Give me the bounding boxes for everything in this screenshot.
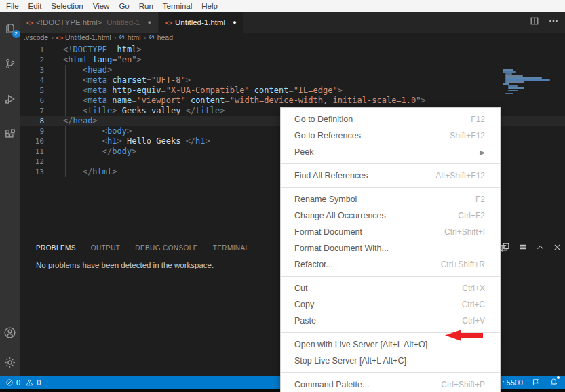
menu-help[interactable]: Help <box>197 0 222 12</box>
menu-go[interactable]: Go <box>114 0 134 12</box>
menu-item-refactor[interactable]: Refactor...Ctrl+Shift+R <box>281 256 500 273</box>
editor-actions <box>530 12 558 33</box>
code-line-1[interactable]: 1<!DOCTYPE html> <box>20 45 565 55</box>
menu-run[interactable]: Run <box>134 0 158 12</box>
code-line-6[interactable]: 6 <meta name="viewport" content="width=d… <box>20 96 565 106</box>
code-line-4[interactable]: 4 <meta charset="UFT-8"> <box>20 75 565 85</box>
code-line-5[interactable]: 5 <meta http-equiv="X-UA-Compatible" con… <box>20 85 565 96</box>
menu-item-format-document-with[interactable]: Format Document With... <box>281 240 500 256</box>
warnings-icon <box>25 378 34 387</box>
html-file-icon: <> <box>56 34 62 41</box>
tab-label: <!DOCTYPE html> <box>36 18 102 26</box>
chevron-right-icon: › <box>51 33 54 41</box>
code-line-3[interactable]: 3 <head> <box>20 65 565 75</box>
code-text: <!DOCTYPE html> <box>63 45 142 55</box>
line-number: 13 <box>20 167 44 177</box>
code-line-2[interactable]: 2<html lang="en"> <box>20 55 565 65</box>
feedback-icon[interactable] <box>532 378 541 388</box>
account-icon[interactable] <box>3 325 18 340</box>
panel-menu-icon[interactable] <box>518 242 528 254</box>
breadcrumb-folder[interactable]: .vscode <box>24 33 48 41</box>
tab-debug-console[interactable]: DEBUG CONSOLE <box>135 241 197 254</box>
menu-selection[interactable]: Selection <box>46 0 87 12</box>
breadcrumb-symbol-html[interactable]: html <box>128 33 141 41</box>
modified-dot-icon[interactable]: ● <box>233 19 236 26</box>
menu-separator <box>281 187 500 188</box>
menu-bar: FileEditSelectionViewGoRunTerminalHelp <box>0 0 565 12</box>
menu-item-stop-live-server-alt-l-alt-c[interactable]: Stop Live Server [Alt+L Alt+C] <box>281 353 500 369</box>
menu-item-go-to-definition[interactable]: Go to DefinitionF12 <box>281 111 500 128</box>
panel-actions <box>501 242 562 254</box>
menu-item-format-document[interactable]: Format DocumentCtrl+Shift+I <box>281 224 500 240</box>
menu-separator <box>281 372 500 373</box>
menu-item-rename-symbol[interactable]: Rename SymbolF2 <box>281 191 500 208</box>
tab-untitled-1-html[interactable]: <> Untitled-1.html ● <box>159 12 243 33</box>
activity-bar: 2 <box>0 12 20 376</box>
menu-item-label: Rename Symbol <box>294 195 357 204</box>
explorer-icon[interactable]: 2 <box>3 21 18 36</box>
code-text: </head> <box>63 116 98 126</box>
collapse-all-icon[interactable] <box>501 242 510 254</box>
chevron-right-icon: › <box>144 33 147 41</box>
menu-file[interactable]: File <box>1 0 24 12</box>
source-control-icon[interactable] <box>3 56 18 71</box>
menu-separator <box>281 163 500 164</box>
menu-item-label: Format Document With... <box>294 243 389 253</box>
menu-item-label: Go to Definition <box>294 115 353 124</box>
menu-view[interactable]: View <box>88 0 115 12</box>
symbol-icon: ⊘ <box>119 34 124 41</box>
breadcrumb-file[interactable]: Untitled-1.html <box>65 33 111 41</box>
line-number: 8 <box>20 116 44 126</box>
extensions-icon[interactable] <box>3 127 18 142</box>
close-panel-icon[interactable] <box>553 242 562 254</box>
problems-status[interactable]: 0 0 <box>0 378 41 387</box>
run-debug-icon[interactable] <box>3 92 18 106</box>
menu-item-peek[interactable]: Peek▶ <box>281 144 500 160</box>
minimap[interactable] <box>503 69 551 95</box>
indent-guide <box>65 126 66 177</box>
menu-item-find-all-references[interactable]: Find All ReferencesAlt+Shift+F12 <box>281 168 500 184</box>
chevron-right-icon: › <box>114 33 117 41</box>
menu-item-label: Go to References <box>294 131 361 140</box>
modified-dot-icon[interactable]: ● <box>147 19 151 26</box>
line-number: 7 <box>20 106 44 116</box>
menu-item-go-to-references[interactable]: Go to ReferencesShift+F12 <box>281 128 500 144</box>
error-count: 0 <box>16 378 20 387</box>
menu-item-shortcut: Ctrl+Shift+P <box>441 380 485 389</box>
code-text: </body> <box>63 146 136 157</box>
explorer-badge: 2 <box>12 30 20 38</box>
menu-item-shortcut: F2 <box>475 195 485 204</box>
html-file-icon: <> <box>165 19 172 26</box>
maximize-panel-icon[interactable] <box>536 242 545 254</box>
tab-untitled-doctype[interactable]: <> <!DOCTYPE html> Untitled-1 ● <box>20 12 159 33</box>
menu-terminal[interactable]: Terminal <box>158 0 197 12</box>
menu-edit[interactable]: Edit <box>24 0 47 12</box>
vscode-window: FileEditSelectionViewGoRunTerminalHelp 2… <box>0 0 565 392</box>
menu-item-cut[interactable]: CutCtrl+X <box>281 280 500 296</box>
menu-item-paste[interactable]: PasteCtrl+V <box>281 313 500 329</box>
tab-terminal[interactable]: TERMINAL <box>213 241 250 254</box>
notifications-bell-icon[interactable] <box>549 378 558 388</box>
tab-description: Untitled-1 <box>106 18 140 26</box>
menu-item-label: Open with Live Server [Alt+L Alt+O] <box>294 340 427 349</box>
menu-item-label: Change All Occurrences <box>294 211 386 220</box>
breadcrumb-symbol-head[interactable]: head <box>157 33 173 41</box>
split-editor-icon[interactable] <box>530 16 539 28</box>
tab-problems[interactable]: PROBLEMS <box>36 241 76 254</box>
menu-item-label: Refactor... <box>294 260 333 269</box>
code-text: <meta http-equiv="X-UA-Compatible" conte… <box>63 85 343 96</box>
settings-gear-icon[interactable] <box>3 355 18 370</box>
menu-item-change-all-occurrences[interactable]: Change All OccurrencesCtrl+F2 <box>281 208 500 224</box>
tab-output[interactable]: OUTPUT <box>91 241 121 254</box>
menu-item-copy[interactable]: CopyCtrl+C <box>281 296 500 313</box>
menu-item-label: Copy <box>294 300 314 309</box>
html-file-icon: <> <box>26 19 33 26</box>
line-number: 9 <box>20 126 44 136</box>
editor-scrollbar[interactable] <box>560 42 560 239</box>
menu-item-shortcut: Ctrl+Shift+R <box>441 260 485 269</box>
more-actions-icon[interactable] <box>549 16 558 28</box>
menu-item-shortcut: Alt+Shift+F12 <box>435 171 485 180</box>
line-number: 10 <box>20 136 44 146</box>
menu-item-command-palette[interactable]: Command Palette...Ctrl+Shift+P <box>281 376 500 392</box>
indent-guide <box>65 65 66 116</box>
